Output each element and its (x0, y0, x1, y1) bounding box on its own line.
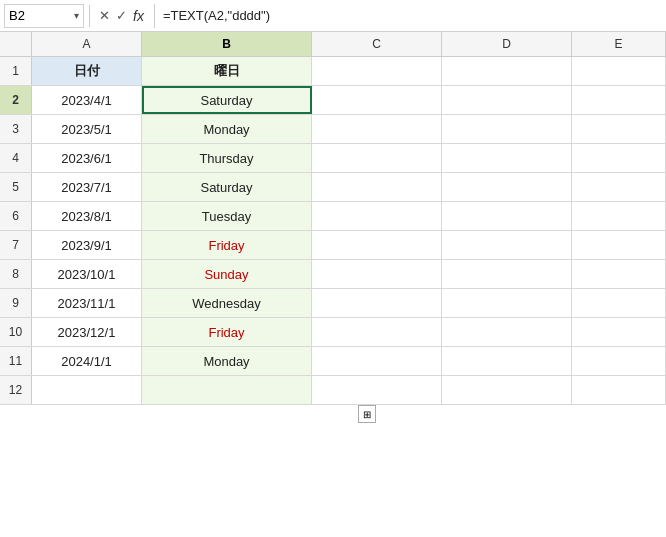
row-num-header (0, 32, 32, 56)
row-number: 8 (0, 260, 32, 288)
cell-D10[interactable] (442, 318, 572, 346)
row-number: 12 (0, 376, 32, 404)
cell-D11[interactable] (442, 347, 572, 375)
table-row: 22023/4/1Saturday (0, 86, 666, 115)
cell-E11[interactable] (572, 347, 666, 375)
row-number: 9 (0, 289, 32, 317)
cell-D7[interactable] (442, 231, 572, 259)
grid-footer: ⊞ (0, 405, 666, 425)
cell-E7[interactable] (572, 231, 666, 259)
fx-label: fx (133, 8, 144, 24)
cell-E3[interactable] (572, 115, 666, 143)
row-number: 6 (0, 202, 32, 230)
cell-C4[interactable] (312, 144, 442, 172)
cell-D4[interactable] (442, 144, 572, 172)
cell-D9[interactable] (442, 289, 572, 317)
cell-C6[interactable] (312, 202, 442, 230)
cell-E1[interactable] (572, 57, 666, 85)
cell-D12[interactable] (442, 376, 572, 404)
confirm-formula-icon[interactable]: ✓ (116, 8, 127, 23)
cell-E9[interactable] (572, 289, 666, 317)
cell-E5[interactable] (572, 173, 666, 201)
cell-E10[interactable] (572, 318, 666, 346)
cell-B2[interactable]: Saturday (142, 86, 312, 114)
spreadsheet: A B C D E 1日付曜日22023/4/1Saturday32023/5/… (0, 32, 666, 425)
row-number: 3 (0, 115, 32, 143)
col-header-C[interactable]: C (312, 32, 442, 56)
cell-B8[interactable]: Sunday (142, 260, 312, 288)
cell-A9[interactable]: 2023/11/1 (32, 289, 142, 317)
cell-C11[interactable] (312, 347, 442, 375)
cell-D8[interactable] (442, 260, 572, 288)
cell-B7[interactable]: Friday (142, 231, 312, 259)
col-header-A[interactable]: A (32, 32, 142, 56)
cell-C1[interactable] (312, 57, 442, 85)
formula-bar-divider (89, 5, 90, 27)
cell-C12[interactable] (312, 376, 442, 404)
cancel-formula-icon[interactable]: ✕ (99, 8, 110, 23)
cell-B11[interactable]: Monday (142, 347, 312, 375)
cell-C2[interactable] (312, 86, 442, 114)
cell-A1[interactable]: 日付 (32, 57, 142, 85)
table-row: 62023/8/1Tuesday (0, 202, 666, 231)
cell-A4[interactable]: 2023/6/1 (32, 144, 142, 172)
cell-D2[interactable] (442, 86, 572, 114)
cell-E6[interactable] (572, 202, 666, 230)
table-row: 52023/7/1Saturday (0, 173, 666, 202)
row-number: 4 (0, 144, 32, 172)
cell-B5[interactable]: Saturday (142, 173, 312, 201)
cell-B3[interactable]: Monday (142, 115, 312, 143)
cell-A7[interactable]: 2023/9/1 (32, 231, 142, 259)
cell-B9[interactable]: Wednesday (142, 289, 312, 317)
row-number: 1 (0, 57, 32, 85)
cell-D1[interactable] (442, 57, 572, 85)
cell-A6[interactable]: 2023/8/1 (32, 202, 142, 230)
cell-C5[interactable] (312, 173, 442, 201)
cell-B12[interactable] (142, 376, 312, 404)
cell-C9[interactable] (312, 289, 442, 317)
col-header-B[interactable]: B (142, 32, 312, 56)
cell-A3[interactable]: 2023/5/1 (32, 115, 142, 143)
table-row: 72023/9/1Friday (0, 231, 666, 260)
cell-D3[interactable] (442, 115, 572, 143)
table-row: 1日付曜日 (0, 57, 666, 86)
cell-B10[interactable]: Friday (142, 318, 312, 346)
cell-A11[interactable]: 2024/1/1 (32, 347, 142, 375)
cell-B4[interactable]: Thursday (142, 144, 312, 172)
cell-D5[interactable] (442, 173, 572, 201)
cell-C8[interactable] (312, 260, 442, 288)
formula-icons-group: ✕ ✓ fx (95, 8, 152, 24)
row-number: 10 (0, 318, 32, 346)
formula-input[interactable] (154, 4, 662, 28)
cell-E12[interactable] (572, 376, 666, 404)
cell-A8[interactable]: 2023/10/1 (32, 260, 142, 288)
cell-B6[interactable]: Tuesday (142, 202, 312, 230)
cell-A5[interactable]: 2023/7/1 (32, 173, 142, 201)
table-row: 32023/5/1Monday (0, 115, 666, 144)
paste-icon[interactable]: ⊞ (358, 405, 376, 423)
row-number: 7 (0, 231, 32, 259)
cell-reference-box[interactable]: B2 ▾ (4, 4, 84, 28)
col-header-E[interactable]: E (572, 32, 666, 56)
table-row: 112024/1/1Monday (0, 347, 666, 376)
cell-A2[interactable]: 2023/4/1 (32, 86, 142, 114)
cell-E2[interactable] (572, 86, 666, 114)
table-row: 92023/11/1Wednesday (0, 289, 666, 318)
formula-bar: B2 ▾ ✕ ✓ fx (0, 0, 666, 32)
cell-D6[interactable] (442, 202, 572, 230)
row-number: 5 (0, 173, 32, 201)
col-header-D[interactable]: D (442, 32, 572, 56)
cell-C10[interactable] (312, 318, 442, 346)
cell-A10[interactable]: 2023/12/1 (32, 318, 142, 346)
row-number: 11 (0, 347, 32, 375)
cell-C3[interactable] (312, 115, 442, 143)
cell-A12[interactable] (32, 376, 142, 404)
row-number: 2 (0, 86, 32, 114)
column-headers-row: A B C D E (0, 32, 666, 57)
cell-ref-chevron-icon[interactable]: ▾ (74, 10, 79, 21)
cell-B1[interactable]: 曜日 (142, 57, 312, 85)
cell-reference-text: B2 (9, 8, 70, 23)
cell-E8[interactable] (572, 260, 666, 288)
cell-C7[interactable] (312, 231, 442, 259)
cell-E4[interactable] (572, 144, 666, 172)
